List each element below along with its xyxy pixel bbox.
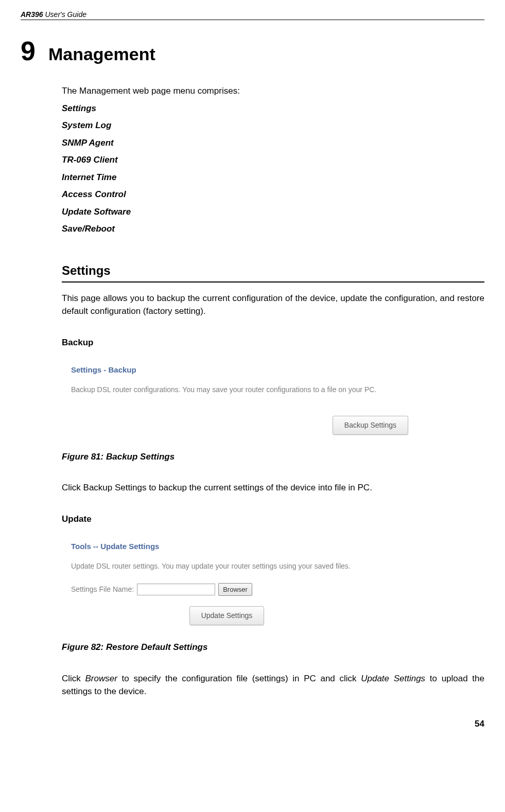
update-text-1: Click bbox=[62, 674, 85, 683]
menu-item-update-software: Update Software bbox=[62, 205, 484, 219]
browser-button[interactable]: Browser bbox=[218, 583, 252, 596]
header-text: AR396 User's Guide bbox=[21, 10, 86, 19]
update-settings-button[interactable]: Update Settings bbox=[189, 606, 265, 625]
update-em-update-settings: Update Settings bbox=[361, 674, 425, 683]
backup-settings-button[interactable]: Backup Settings bbox=[333, 416, 408, 435]
settings-file-input[interactable] bbox=[137, 584, 215, 595]
figure-82-caption: Figure 82: Restore Default Settings bbox=[62, 641, 484, 654]
figure-81-caption: Figure 81: Backup Settings bbox=[62, 450, 484, 464]
screenshot-update: Tools -- Update Settings Update DSL rout… bbox=[62, 535, 484, 634]
intro-text: The Management web page menu comprises: bbox=[62, 84, 484, 98]
page-header: AR396 User's Guide bbox=[21, 10, 484, 20]
section-heading-settings: Settings bbox=[62, 261, 484, 283]
update-text-2: to specify the configuration file (setti… bbox=[117, 674, 361, 683]
chapter-title: Management bbox=[48, 44, 155, 64]
ss-update-form-row: Settings File Name: Browser bbox=[71, 583, 475, 596]
menu-item-system-log: System Log bbox=[62, 119, 484, 132]
menu-item-snmp-agent: SNMP Agent bbox=[62, 136, 484, 150]
sub-heading-backup: Backup bbox=[62, 336, 484, 349]
ss-backup-desc: Backup DSL router configurations. You ma… bbox=[71, 384, 475, 395]
doc-title: User's Guide bbox=[45, 10, 86, 19]
ss-file-label: Settings File Name: bbox=[71, 584, 134, 595]
chapter-heading: 9 Management bbox=[21, 36, 484, 66]
backup-instruction: Click Backup Settings to backup the curr… bbox=[62, 481, 484, 495]
update-instruction: Click Browser to specify the configurati… bbox=[62, 672, 484, 698]
ss-update-desc: Update DSL router settings. You may upda… bbox=[71, 561, 475, 572]
ss-backup-title: Settings - Backup bbox=[71, 364, 475, 376]
sub-heading-update: Update bbox=[62, 513, 484, 526]
menu-item-internet-time: Internet Time bbox=[62, 171, 484, 184]
menu-item-settings: Settings bbox=[62, 102, 484, 115]
menu-item-access-control: Access Control bbox=[62, 188, 484, 201]
menu-item-tr069-client: TR-069 Client bbox=[62, 153, 484, 167]
menu-item-save-reboot: Save/Reboot bbox=[62, 222, 484, 236]
product-name: AR396 bbox=[21, 10, 43, 19]
chapter-number: 9 bbox=[21, 36, 36, 66]
page-number: 54 bbox=[21, 719, 484, 729]
settings-description: This page allows you to backup the curre… bbox=[62, 292, 484, 318]
ss-update-title: Tools -- Update Settings bbox=[71, 541, 475, 553]
update-em-browser: Browser bbox=[85, 674, 117, 683]
screenshot-backup: Settings - Backup Backup DSL router conf… bbox=[62, 358, 484, 444]
